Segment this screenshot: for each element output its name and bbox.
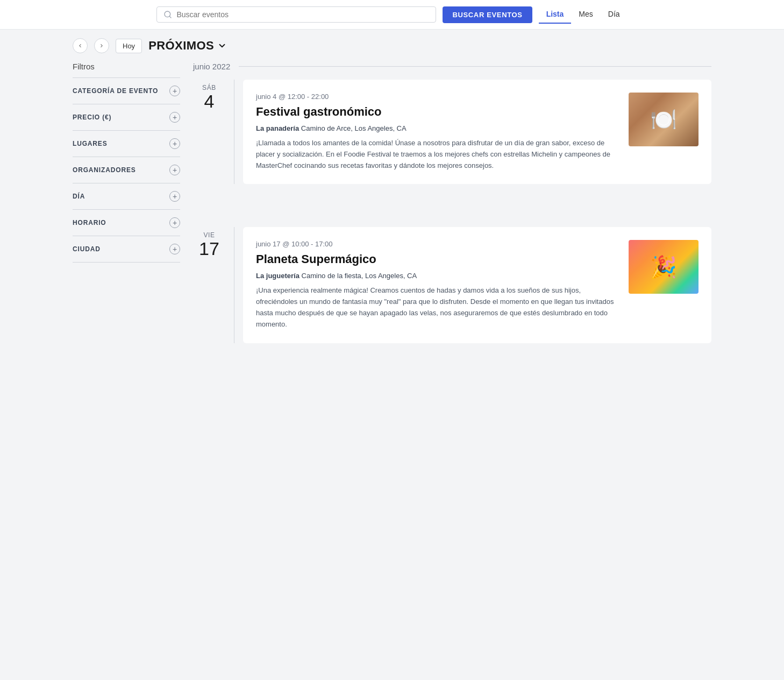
filter-precio[interactable]: PRECIO (€) + xyxy=(73,104,180,130)
proximos-button[interactable]: PRÓXIMOS xyxy=(148,39,227,53)
filter-plus-organizadores: + xyxy=(169,165,180,175)
month-header: junio 2022 xyxy=(193,62,711,71)
filter-plus-categoria: + xyxy=(169,86,180,96)
filter-organizadores[interactable]: ORGANIZADORES + xyxy=(73,157,180,183)
chevron-down-icon xyxy=(217,41,227,51)
sidebar: Filtros CATEGORÍA DE EVENTO + PRECIO (€)… xyxy=(73,62,180,546)
proximos-label: PRÓXIMOS xyxy=(148,39,214,53)
day-col-17: VIE 17 xyxy=(193,227,225,343)
buscar-eventos-button[interactable]: BUSCAR EVENTOS xyxy=(443,6,532,23)
event-address-festival: Camino de Arce, Los Angeles, CA xyxy=(301,124,407,132)
events-area: junio 2022 SÁB 4 junio 4 @ 12:00 - 22:00… xyxy=(180,62,711,546)
event-time-planeta: junio 17 @ 10:00 - 17:00 xyxy=(256,240,616,248)
event-address-planeta: Camino de la fiesta, Los Angeles, CA xyxy=(302,272,417,280)
search-icon xyxy=(163,10,172,19)
event-description-festival: ¡Llamada a todos los amantes de la comid… xyxy=(256,138,616,171)
event-venue-festival: La panadería xyxy=(256,124,299,132)
day-num-17: 17 xyxy=(193,239,225,259)
day-section-4: SÁB 4 junio 4 @ 12:00 - 22:00 Festival g… xyxy=(193,80,711,184)
top-bar: BUSCAR EVENTOS Lista Mes Día xyxy=(0,0,784,30)
day-num-4: 4 xyxy=(193,91,225,111)
filter-plus-dia: + xyxy=(169,191,180,202)
event-location-planeta: La juguetería Camino de la fiesta, Los A… xyxy=(256,272,616,280)
event-time-festival: junio 4 @ 12:00 - 22:00 xyxy=(256,93,616,101)
filter-plus-precio: + xyxy=(169,112,180,123)
filter-label-categoria: CATEGORÍA DE EVENTO xyxy=(73,87,158,95)
filter-plus-horario: + xyxy=(169,217,180,228)
filter-plus-ciudad: + xyxy=(169,244,180,254)
event-title-festival[interactable]: Festival gastronómico xyxy=(256,105,616,119)
filter-dia[interactable]: DÍA + xyxy=(73,183,180,209)
chevron-left-icon xyxy=(77,43,83,48)
event-content-festival: junio 4 @ 12:00 - 22:00 Festival gastron… xyxy=(256,93,616,171)
filter-categoria[interactable]: CATEGORÍA DE EVENTO + xyxy=(73,77,180,104)
day-col-4: SÁB 4 xyxy=(193,80,225,184)
event-image-festival xyxy=(629,93,699,146)
nav-row: Hoy PRÓXIMOS xyxy=(0,30,784,62)
day-dow-17: VIE xyxy=(193,231,225,239)
event-description-planeta: ¡Una experiencia realmente mágica! Cream… xyxy=(256,285,616,330)
day-dow-4: SÁB xyxy=(193,84,225,91)
event-image-planeta xyxy=(629,240,699,294)
event-title-planeta[interactable]: Planeta Supermágico xyxy=(256,252,616,266)
next-arrow-button[interactable] xyxy=(94,38,109,53)
tab-dia[interactable]: Día xyxy=(601,5,628,24)
filter-label-ciudad: CIUDAD xyxy=(73,245,101,253)
search-input[interactable] xyxy=(176,10,429,19)
main-layout: Filtros CATEGORÍA DE EVENTO + PRECIO (€)… xyxy=(0,62,784,546)
hoy-button[interactable]: Hoy xyxy=(116,39,142,53)
filter-label-precio: PRECIO (€) xyxy=(73,114,111,121)
event-card-planeta[interactable]: junio 17 @ 10:00 - 17:00 Planeta Supermá… xyxy=(243,227,711,343)
filter-plus-lugares: + xyxy=(169,138,180,149)
filter-label-horario: HORARIO xyxy=(73,219,106,226)
filter-ciudad[interactable]: CIUDAD + xyxy=(73,236,180,263)
event-card-festival[interactable]: junio 4 @ 12:00 - 22:00 Festival gastron… xyxy=(243,80,711,184)
view-tabs: Lista Mes Día xyxy=(539,5,628,24)
prev-arrow-button[interactable] xyxy=(73,38,88,53)
filter-label-dia: DÍA xyxy=(73,193,85,200)
filtros-label: Filtros xyxy=(73,62,180,71)
search-container xyxy=(156,6,436,23)
event-content-planeta: junio 17 @ 10:00 - 17:00 Planeta Supermá… xyxy=(256,240,616,330)
tab-mes[interactable]: Mes xyxy=(571,5,600,24)
event-venue-planeta: La juguetería xyxy=(256,272,300,280)
filter-horario[interactable]: HORARIO + xyxy=(73,209,180,236)
tab-lista[interactable]: Lista xyxy=(539,5,572,24)
chevron-right-icon xyxy=(99,43,104,48)
day-section-17: VIE 17 junio 17 @ 10:00 - 17:00 Planeta … xyxy=(193,227,711,343)
filter-label-lugares: LUGARES xyxy=(73,140,108,147)
filter-label-organizadores: ORGANIZADORES xyxy=(73,166,136,174)
event-location-festival: La panadería Camino de Arce, Los Angeles… xyxy=(256,124,616,132)
day-line-17 xyxy=(234,227,234,343)
filter-lugares[interactable]: LUGARES + xyxy=(73,130,180,157)
day-line-4 xyxy=(234,80,234,184)
month-label: junio 2022 xyxy=(193,62,230,71)
svg-line-1 xyxy=(170,16,172,18)
